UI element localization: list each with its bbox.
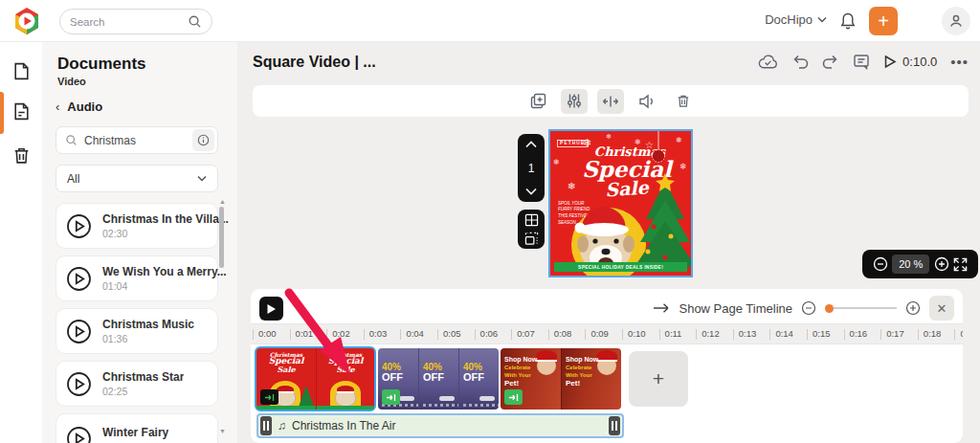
preview-play-icon[interactable] (883, 55, 897, 69)
timeline-clip-page-1[interactable]: Christmas Special Sale Christmas Special… (256, 348, 374, 410)
add-page-button[interactable]: + (629, 351, 688, 407)
slider-handle[interactable] (825, 304, 834, 313)
zoom-out-icon[interactable] (873, 256, 888, 272)
account-avatar[interactable] (942, 7, 970, 35)
ruler-label: 0:01 (296, 328, 314, 339)
audio-track-title: Christmas In The Air (292, 419, 607, 432)
left-icon-rail (0, 42, 42, 443)
timeline-clip-page-2[interactable]: 40%OFF 40%OFF 40%OFF (378, 348, 499, 410)
duplicate-page-button[interactable] (524, 89, 551, 114)
view-controls (518, 210, 545, 249)
timeline-ruler[interactable]: 0:000:010:020:030:040:050:060:070:080:09… (251, 323, 963, 344)
current-page-number: 1 (528, 162, 535, 175)
search-input[interactable]: Search (59, 9, 212, 34)
timeline-play-button[interactable] (259, 297, 283, 321)
play-icon[interactable] (66, 319, 92, 344)
zoom-in-icon[interactable] (934, 256, 949, 272)
show-page-timeline-label[interactable]: Show Page Timeline (679, 301, 792, 316)
documents-library-icon[interactable] (11, 101, 32, 122)
ruler-label: 0:17 (886, 328, 904, 339)
clip-thumbnail: Christmas Special Sale (316, 348, 374, 410)
transition-icon (508, 393, 519, 402)
search-info-button[interactable] (192, 129, 214, 151)
audio-track-clip[interactable]: ♫ Christmas In The Air (256, 413, 624, 438)
sliders-icon (567, 93, 582, 109)
slider-track (834, 307, 897, 309)
notifications-bell-icon[interactable] (838, 11, 858, 31)
audio-list-item[interactable]: Christmas In the Villa...02:30 (56, 203, 218, 249)
transition-badge[interactable] (382, 389, 400, 405)
trim-handle-right[interactable] (609, 416, 620, 435)
delete-button[interactable] (670, 89, 697, 114)
speaker-icon (638, 94, 656, 109)
audio-title: Winter Fairy (102, 426, 168, 439)
trim-stretch-button[interactable] (597, 89, 624, 114)
ruler-label: 0:14 (775, 328, 793, 339)
transition-badge[interactable] (504, 389, 523, 405)
info-icon (197, 134, 210, 146)
duplicate-icon (530, 93, 546, 109)
play-icon[interactable] (66, 266, 92, 292)
play-icon[interactable] (66, 371, 92, 397)
search-icon (65, 134, 78, 146)
timeline-zoom-slider[interactable] (825, 304, 897, 313)
play-icon[interactable] (66, 213, 92, 239)
search-icon (188, 14, 202, 29)
page-preview-icon[interactable] (524, 232, 539, 245)
volume-button[interactable] (634, 89, 660, 114)
dochipo-logo[interactable] (12, 7, 41, 35)
trim-handle-left[interactable] (260, 416, 272, 435)
chevron-left-icon: ‹ (56, 100, 59, 114)
blank-document-icon[interactable] (11, 61, 32, 81)
ruler-label: 0:09 (590, 328, 609, 339)
grid-view-icon[interactable] (524, 213, 539, 227)
zoom-level[interactable]: 20 % (892, 255, 929, 274)
timeline-clip-page-3[interactable]: Shop Now Celebrate With Your Pet! Shop N… (501, 348, 621, 410)
plus-icon: + (653, 367, 664, 390)
audio-list-item[interactable]: We Wish You a Merry...01:04 (56, 255, 218, 301)
audio-list-item[interactable]: Winter Fairy (56, 413, 218, 443)
fullscreen-icon[interactable] (953, 257, 968, 272)
audio-list-item[interactable]: Christmas Star02:25 (56, 361, 218, 407)
adjust-settings-button[interactable] (561, 89, 588, 114)
create-new-button[interactable]: + (869, 7, 898, 35)
canvas-actions: 0:10.0 ••• (758, 54, 969, 70)
audio-filter-dropdown[interactable]: All (56, 165, 218, 192)
timeline-close-button[interactable]: ✕ (929, 296, 954, 321)
horizontal-adjust-icon (602, 95, 619, 108)
canvas-page[interactable]: PETHUB ❄ ❄ ❄ ☆ ❄ ❄ ❄ ❄ Christmas Special… (550, 131, 691, 276)
more-options-icon[interactable]: ••• (950, 54, 969, 70)
document-title[interactable]: Square Video | ... (253, 54, 376, 71)
ruler-label: 0:10 (628, 328, 646, 339)
audio-duration: 02:30 (102, 228, 229, 239)
scrollbar-thumb[interactable] (219, 207, 224, 268)
scrollbar-down-arrow[interactable]: ▼ (219, 428, 226, 434)
ruler-label: 0:03 (369, 328, 388, 339)
clip-thumbnail: Shop Now Celebrate With Your Pet! (561, 348, 621, 410)
comment-icon[interactable] (853, 54, 870, 70)
back-to-audio[interactable]: ‹ Audio (56, 100, 102, 114)
panel-subtitle: Video (57, 76, 86, 87)
timeline-zoom-out-icon[interactable] (801, 300, 816, 316)
ruler-label: 0:04 (406, 328, 424, 339)
play-icon[interactable] (66, 426, 92, 443)
audio-duration: 01:36 (102, 333, 194, 344)
audio-list-item[interactable]: Christmas Music01:36 (56, 308, 218, 354)
page-navigator: 1 (518, 134, 545, 202)
workspace-dropdown[interactable]: DocHipo (765, 12, 827, 27)
undo-icon[interactable] (791, 55, 809, 70)
scrollbar-up-arrow[interactable]: ▲ (219, 198, 226, 205)
timeline-zoom-in-icon[interactable] (905, 300, 921, 316)
person-icon (948, 13, 964, 29)
page-up-icon[interactable] (525, 141, 537, 148)
ruler-label: 0:19 (960, 328, 963, 339)
cloud-saved-icon (758, 55, 778, 70)
music-note-icon: ♫ (278, 419, 286, 432)
plus-icon: + (878, 11, 889, 33)
audio-search-input[interactable]: Christmas (56, 126, 218, 154)
redo-icon[interactable] (822, 55, 839, 70)
trash-icon[interactable] (11, 145, 32, 166)
transition-icon (264, 393, 275, 402)
transition-badge[interactable] (260, 389, 278, 405)
page-down-icon[interactable] (525, 188, 537, 195)
